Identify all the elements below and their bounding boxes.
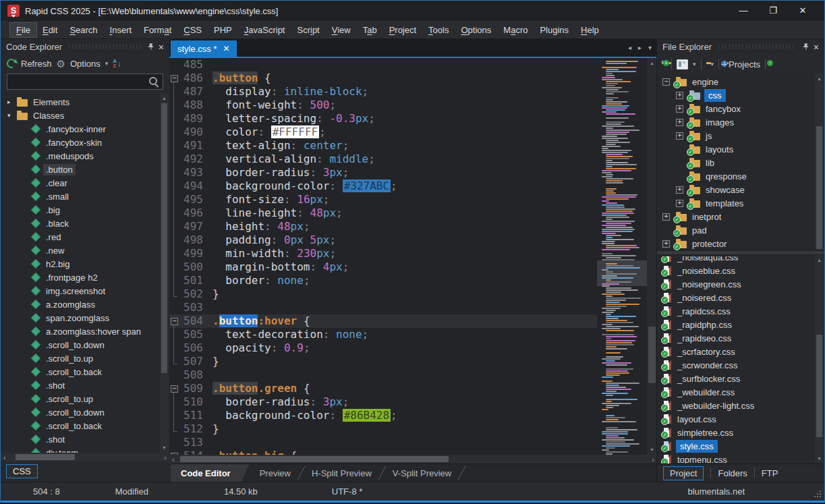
expand-icon[interactable]: + xyxy=(662,213,670,221)
folder-row-js[interactable]: +✓js xyxy=(657,129,824,142)
options-caret-icon[interactable]: ▾ xyxy=(105,60,109,67)
view-tab-preview[interactable]: Preview xyxy=(250,464,301,482)
options-button[interactable]: Options xyxy=(70,59,101,69)
code-tree-item[interactable]: div.team xyxy=(1,446,169,453)
projects-button[interactable]: Projects xyxy=(729,59,760,69)
code-line-489[interactable]: 489 letter-spacing: -0.3px; xyxy=(169,112,597,125)
file-row-style.css[interactable]: ✓style.css xyxy=(657,439,824,453)
menu-javascript[interactable]: JavaScript xyxy=(238,23,291,37)
code-line-502[interactable]: 502} xyxy=(169,287,597,301)
fe-tab-project[interactable]: Project xyxy=(663,466,704,480)
menu-view[interactable]: View xyxy=(326,23,357,37)
fe-tab-ftp[interactable]: FTP xyxy=(762,468,778,478)
close-panel-icon[interactable]: × xyxy=(159,43,164,52)
editor-vscrollbar[interactable]: ▴ ▾ xyxy=(647,58,657,455)
menu-options[interactable]: Options xyxy=(455,23,497,37)
code-tree-item[interactable]: .meduspods xyxy=(1,149,169,163)
fe-tab-folders[interactable]: Folders xyxy=(718,468,747,478)
code-tree-item[interactable]: a.zoomglass:hover span xyxy=(1,325,169,338)
code-line-508[interactable]: 508 xyxy=(169,368,597,382)
fold-marker-icon[interactable]: − xyxy=(169,449,179,455)
code-line-495[interactable]: 495 font-size: 16px; xyxy=(169,193,597,206)
code-line-505[interactable]: 505 text-decoration: none; xyxy=(169,328,597,341)
fold-marker-icon[interactable]: − xyxy=(169,72,179,85)
resize-grip-icon[interactable] xyxy=(814,491,821,497)
pin-icon[interactable] xyxy=(803,43,809,52)
folder-row-css[interactable]: +✓css xyxy=(657,88,824,102)
expand-icon[interactable]: + xyxy=(662,240,670,248)
menu-macro[interactable]: Macro xyxy=(497,23,534,37)
code-tree-item[interactable]: ▾Classes xyxy=(1,109,169,122)
folders-caret-icon[interactable]: ▾ xyxy=(711,61,714,67)
file-row-_webuilder.css[interactable]: ✓_webuilder.css xyxy=(657,385,824,399)
file-row-_surfblocker.css[interactable]: ✓_surfblocker.css xyxy=(657,372,824,385)
file-row-simpletree.css[interactable]: ✓simpletree.css xyxy=(657,426,824,439)
minimap[interactable] xyxy=(597,58,647,455)
file-row-_noiseaqua.css[interactable]: ✓_noiseaqua.css xyxy=(657,256,824,264)
chevron-down-icon[interactable]: ▾ xyxy=(7,112,17,119)
code-explorer-hscrollbar[interactable]: ‹ › xyxy=(1,453,169,461)
code-tree-item[interactable]: span.zoomglass xyxy=(1,311,169,325)
view-tab-h-split-preview[interactable]: H-Split Preview xyxy=(302,464,382,482)
minimap-viewport[interactable] xyxy=(597,260,647,286)
code-line-499[interactable]: 499 min-width: 230px; xyxy=(169,247,597,260)
fold-marker-icon[interactable]: − xyxy=(169,314,179,328)
menu-css[interactable]: CSS xyxy=(177,23,208,37)
menu-help[interactable]: Help xyxy=(575,23,605,37)
menu-tab[interactable]: Tab xyxy=(357,23,383,37)
tab-list-icon[interactable]: ▾ xyxy=(648,44,652,51)
code-tree-item[interactable]: .scroll_to.down xyxy=(1,338,169,352)
menu-file[interactable]: File xyxy=(10,23,36,37)
code-tree-item[interactable]: .black xyxy=(1,217,169,230)
view-tab-code-editor[interactable]: Code Editor xyxy=(171,464,250,482)
code-line-501[interactable]: 501 border: none; xyxy=(169,274,597,287)
menu-plugins[interactable]: Plugins xyxy=(534,23,575,37)
file-row-_rapidcss.css[interactable]: ✓_rapidcss.css xyxy=(657,304,824,318)
file-row-_rapidphp.css[interactable]: ✓_rapidphp.css xyxy=(657,318,824,331)
collapse-icon[interactable]: − xyxy=(662,78,670,86)
code-tree-item[interactable]: .fancybox-skin xyxy=(1,136,169,149)
file-row-_noisegreen.css[interactable]: ✓_noisegreen.css xyxy=(657,277,824,291)
close-panel-icon[interactable]: × xyxy=(814,43,819,52)
code-line-506[interactable]: 506 opacity: 0.9; xyxy=(169,341,597,355)
code-explorer-vscrollbar[interactable]: ▴ ▾ xyxy=(160,93,169,453)
menu-project[interactable]: Project xyxy=(383,23,422,37)
close-button[interactable]: ✕ xyxy=(788,1,818,21)
folder-row-templates[interactable]: +✓templates xyxy=(657,196,824,210)
file-row-_scrwonder.css[interactable]: ✓_scrwonder.css xyxy=(657,358,824,372)
code-tree-item[interactable]: img.screenshot xyxy=(1,284,169,298)
file-explorer-splitter[interactable] xyxy=(657,250,824,255)
folder-row-engine[interactable]: −✓engine xyxy=(657,75,824,88)
folder-row-protector[interactable]: +✓protector xyxy=(657,237,824,250)
code-tree-item[interactable]: .big xyxy=(1,203,169,217)
code-tree-item[interactable]: .button xyxy=(1,163,169,176)
code-explorer-search-input[interactable] xyxy=(7,74,163,89)
code-line-512[interactable]: 512} xyxy=(169,422,597,436)
view-tab-v-split-preview[interactable]: V-Split Preview xyxy=(382,464,461,482)
menu-edit[interactable]: Edit xyxy=(36,23,63,37)
expand-icon[interactable]: + xyxy=(676,119,683,126)
tab-scroll-left-icon[interactable]: ◂ xyxy=(628,44,631,51)
code-tree-item[interactable]: .scroll_to.up xyxy=(1,352,169,365)
minimize-button[interactable]: — xyxy=(729,1,758,21)
code-tree-item[interactable]: .scroll_to.down xyxy=(1,405,169,419)
code-line-485[interactable]: 485 xyxy=(169,58,597,72)
code-tree-item[interactable]: .fancybox-inner xyxy=(1,122,169,136)
code-line-513[interactable]: 513 xyxy=(169,436,597,449)
code-line-511[interactable]: 511 background-color: #86B428; xyxy=(169,409,597,422)
code-line-503[interactable]: 503 xyxy=(169,301,597,314)
expand-icon[interactable]: + xyxy=(676,186,683,194)
code-tree-item[interactable]: .new xyxy=(1,244,169,257)
file-row-_rapidseo.css[interactable]: ✓_rapidseo.css xyxy=(657,331,824,345)
folder-row-inetprot[interactable]: +✓inetprot xyxy=(657,210,824,223)
file-row-_scrfactory.css[interactable]: ✓_scrfactory.css xyxy=(657,345,824,358)
folder-row-fancybox[interactable]: +✓fancybox xyxy=(657,102,824,115)
code-tree-item[interactable]: .small xyxy=(1,190,169,203)
maximize-button[interactable]: ❐ xyxy=(758,1,788,21)
menu-script[interactable]: Script xyxy=(291,23,325,37)
code-tree-item[interactable]: .clear xyxy=(1,176,169,190)
menu-search[interactable]: Search xyxy=(63,23,103,37)
code-tree-item[interactable]: ▸Elements xyxy=(1,95,169,109)
view-mode-caret-icon[interactable]: ▾ xyxy=(693,61,696,67)
editor-tab-style-css[interactable]: style.css * ✕ xyxy=(171,40,237,57)
